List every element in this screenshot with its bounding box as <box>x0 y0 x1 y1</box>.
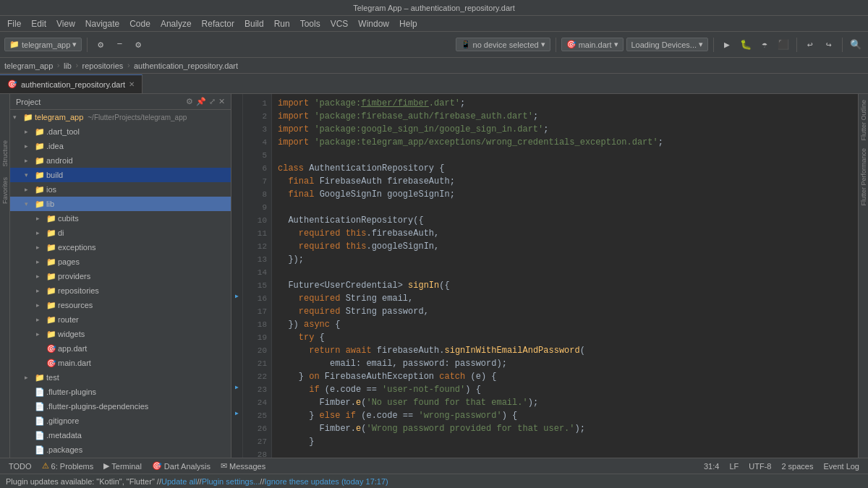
tree-item-telegram-app[interactable]: ▾ 📁 telegram_app ~/FlutterProjects/teleg… <box>10 110 231 124</box>
encoding-status[interactable]: UTF-8 <box>744 458 775 474</box>
stop-icon[interactable]: ⬛ <box>775 37 791 53</box>
menu-refactor[interactable]: Refactor <box>197 17 239 30</box>
tree-item-ios[interactable]: ▸ 📁 ios <box>10 182 231 197</box>
sidebar-settings-icon[interactable]: ⚙ <box>186 97 193 106</box>
toolbar: 📁 telegram_app ▾ ⚙ − ⚙ 📱 no device selec… <box>0 32 868 58</box>
tree-item-flutter-plugins[interactable]: ▸ 📄 .flutter-plugins <box>10 385 231 399</box>
menu-file[interactable]: File <box>3 17 25 30</box>
code-editor[interactable]: import 'package:fimber/fimber.dart'; imp… <box>272 94 858 458</box>
flutter-outline-tab[interactable]: Flutter Outline <box>859 97 868 144</box>
problems-status[interactable]: ⚠ 6: Problems <box>38 458 98 474</box>
position-status[interactable]: 31:4 <box>699 458 723 474</box>
tree-item-router[interactable]: ▸ 📁 router <box>10 312 231 327</box>
redo-icon[interactable]: ↪ <box>821 37 837 53</box>
flutter-performance-tab[interactable]: Flutter Performance <box>859 145 868 209</box>
terminal-label: Terminal <box>111 462 142 471</box>
device-button[interactable]: 📱 no device selected ▾ <box>456 38 550 51</box>
tree-item-idea[interactable]: ▸ 📁 .idea <box>10 139 231 153</box>
tree-item-repositories[interactable]: ▸ 📁 repositories <box>10 283 231 298</box>
loading-devices-button[interactable]: Loading Devices... ▾ <box>626 38 709 51</box>
menu-view[interactable]: View <box>52 17 80 30</box>
toolbar-separator-4 <box>796 38 797 52</box>
run-icon[interactable]: ▶ <box>719 37 735 53</box>
spaces-status[interactable]: 2 spaces <box>777 458 817 474</box>
coverage-icon[interactable]: ☂ <box>757 37 773 53</box>
tree-item-cubits[interactable]: ▸ 📁 cubits <box>10 211 231 226</box>
tree-item-lib[interactable]: ▾ 📁 lib <box>10 197 231 211</box>
code-line-12: required this.googleSignIn, <box>278 240 858 253</box>
tree-item-pages[interactable]: ▸ 📁 pages <box>10 254 231 269</box>
settings-icon[interactable]: ⚙ <box>93 37 109 53</box>
main-dart-button[interactable]: 🎯 main.dart ▾ <box>561 38 624 51</box>
plugin-settings-link[interactable]: Plugin settings... <box>202 477 260 486</box>
position-label: 31:4 <box>704 462 719 471</box>
code-line-21: email: email, password: password); <box>278 357 858 370</box>
main-dart-chevron: ▾ <box>614 40 618 49</box>
breadcrumb-repositories[interactable]: repositories <box>82 61 124 70</box>
menu-vcs[interactable]: VCS <box>326 17 353 30</box>
editor-scroll[interactable]: ▶ ▶ ▶ 1 2 <box>231 94 858 458</box>
todo-status[interactable]: TODO <box>4 458 36 474</box>
sidebar-expand-icon[interactable]: ⤢ <box>209 97 216 106</box>
tab-close-icon[interactable]: ✕ <box>129 80 135 88</box>
menu-run[interactable]: Run <box>270 17 294 30</box>
code-line-24: Fimber.e('No user found for that email.'… <box>278 396 858 409</box>
code-line-5 <box>278 149 858 162</box>
menu-tools[interactable]: Tools <box>296 17 325 30</box>
event-log-status[interactable]: Event Log <box>819 458 864 474</box>
tree-item-main-dart[interactable]: ▸ 🎯 main.dart <box>10 356 231 370</box>
tree-item-android[interactable]: ▸ 📁 android <box>10 153 231 168</box>
terminal-status[interactable]: ▶ Terminal <box>99 458 146 474</box>
code-line-22: } on FirebaseAuthException catch (e) { <box>278 370 858 383</box>
minus-icon[interactable]: − <box>111 37 127 53</box>
gear-icon[interactable]: ⚙ <box>130 37 146 53</box>
tree-item-widgets[interactable]: ▸ 📁 widgets <box>10 327 231 341</box>
sidebar-close-icon[interactable]: ✕ <box>218 97 225 106</box>
messages-icon: ✉ <box>221 461 227 471</box>
tree-item-di[interactable]: ▸ 📁 di <box>10 226 231 240</box>
code-line-10: AuthenticationRepository({ <box>278 214 858 227</box>
favorites-tab[interactable]: Favorites <box>1 174 9 207</box>
breadcrumb-lib[interactable]: lib <box>64 61 72 70</box>
structure-tab[interactable]: Structure <box>1 137 9 170</box>
menu-navigate[interactable]: Navigate <box>81 17 124 30</box>
tree-item-flutter-plugins-dep[interactable]: ▸ 📄 .flutter-plugins-dependencies <box>10 399 231 414</box>
code-line-1: import 'package:fimber/fimber.dart'; <box>278 97 858 110</box>
sidebar-pin-icon[interactable]: 📌 <box>196 97 206 106</box>
menu-help[interactable]: Help <box>395 17 422 30</box>
problems-label: 6: Problems <box>51 462 94 471</box>
dart-analysis-status[interactable]: 🎯 Dart Analysis <box>148 458 215 474</box>
menu-analyze[interactable]: Analyze <box>156 17 196 30</box>
menu-build[interactable]: Build <box>240 17 268 30</box>
tree-item-metadata[interactable]: ▸ 📄 .metadata <box>10 428 231 442</box>
breadcrumb-project[interactable]: telegram_app <box>4 61 53 70</box>
tree-item-gitignore[interactable]: ▸ 📄 .gitignore <box>10 414 231 428</box>
tab-auth-repo[interactable]: 🎯 authentication_repository.dart ✕ <box>0 74 142 93</box>
tree-item-packages[interactable]: ▸ 📄 .packages <box>10 442 231 457</box>
messages-status[interactable]: ✉ Messages <box>216 458 270 474</box>
breadcrumb-file[interactable]: authentication_repository.dart <box>134 61 238 70</box>
tree-item-test[interactable]: ▸ 📁 test <box>10 370 231 385</box>
undo-icon[interactable]: ↩ <box>802 37 818 53</box>
update-all-link[interactable]: Update all <box>161 477 197 486</box>
menu-code[interactable]: Code <box>125 17 155 30</box>
toolbar-separator-5 <box>842 38 843 52</box>
project-button[interactable]: 📁 telegram_app ▾ <box>4 38 82 51</box>
tree-item-resources[interactable]: ▸ 📁 resources <box>10 298 231 312</box>
tree-item-providers[interactable]: ▸ 📁 providers <box>10 269 231 283</box>
tree-item-app-dart[interactable]: ▸ 🎯 app.dart <box>10 341 231 356</box>
tree-item-exceptions[interactable]: ▸ 📁 exceptions <box>10 240 231 254</box>
search-icon[interactable]: 🔍 <box>848 37 864 53</box>
code-line-20: return await firebaseAuth.signInWithEmai… <box>278 344 858 357</box>
debug-icon[interactable]: 🐛 <box>738 37 754 53</box>
tab-label: authentication_repository.dart <box>21 80 125 89</box>
tree-item-dart-tool[interactable]: ▸ 📁 .dart_tool <box>10 124 231 139</box>
lf-status[interactable]: LF <box>725 458 743 474</box>
code-line-25: } else if (e.code == 'wrong-password') { <box>278 409 858 422</box>
warning-icon: ⚠ <box>42 461 49 471</box>
tree-item-build[interactable]: ▾ 📁 build <box>10 168 231 182</box>
menu-edit[interactable]: Edit <box>27 17 51 30</box>
ignore-updates-link[interactable]: Ignore these updates (today 17:17) <box>264 477 388 486</box>
menu-window[interactable]: Window <box>354 17 393 30</box>
code-line-18: }) async { <box>278 318 858 331</box>
